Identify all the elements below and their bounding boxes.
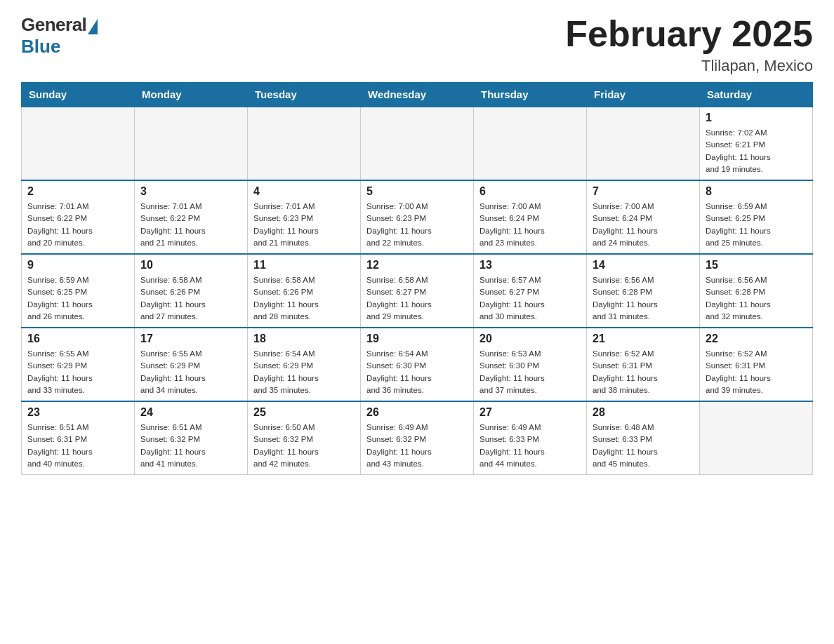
day-info: Sunrise: 6:51 AM Sunset: 6:32 PM Dayligh… — [140, 422, 241, 470]
calendar-cell: 14Sunrise: 6:56 AM Sunset: 6:28 PM Dayli… — [587, 254, 700, 328]
calendar-week-3: 16Sunrise: 6:55 AM Sunset: 6:29 PM Dayli… — [22, 328, 813, 401]
calendar-cell: 7Sunrise: 7:00 AM Sunset: 6:24 PM Daylig… — [587, 180, 700, 254]
calendar-cell: 8Sunrise: 6:59 AM Sunset: 6:25 PM Daylig… — [700, 180, 813, 254]
page-header: General Blue February 2025 Tlilapan, Mex… — [21, 14, 813, 75]
day-info: Sunrise: 6:53 AM Sunset: 6:30 PM Dayligh… — [479, 348, 581, 396]
logo-triangle-icon — [88, 19, 98, 34]
calendar-header: SundayMondayTuesdayWednesdayThursdayFrid… — [22, 83, 813, 107]
day-info: Sunrise: 6:48 AM Sunset: 6:33 PM Dayligh… — [593, 422, 694, 470]
calendar-cell: 6Sunrise: 7:00 AM Sunset: 6:24 PM Daylig… — [474, 180, 587, 254]
day-number: 5 — [366, 185, 468, 198]
calendar-cell: 20Sunrise: 6:53 AM Sunset: 6:30 PM Dayli… — [474, 328, 587, 401]
weekday-header-thursday: Thursday — [474, 83, 587, 107]
day-info: Sunrise: 6:56 AM Sunset: 6:28 PM Dayligh… — [706, 274, 807, 323]
calendar-week-4: 23Sunrise: 6:51 AM Sunset: 6:31 PM Dayli… — [22, 401, 813, 475]
logo-general-text: General — [21, 14, 86, 36]
day-info: Sunrise: 7:00 AM Sunset: 6:24 PM Dayligh… — [479, 201, 581, 249]
day-number: 13 — [479, 259, 581, 271]
calendar-cell — [22, 107, 135, 180]
day-number: 25 — [253, 406, 355, 419]
day-info: Sunrise: 6:55 AM Sunset: 6:29 PM Dayligh… — [27, 348, 128, 396]
day-number: 8 — [706, 185, 807, 198]
calendar-cell: 12Sunrise: 6:58 AM Sunset: 6:27 PM Dayli… — [361, 254, 474, 328]
calendar-cell: 22Sunrise: 6:52 AM Sunset: 6:31 PM Dayli… — [700, 328, 813, 401]
calendar-week-2: 9Sunrise: 6:59 AM Sunset: 6:25 PM Daylig… — [22, 254, 813, 328]
day-number: 27 — [479, 406, 581, 419]
day-number: 16 — [27, 333, 128, 345]
day-info: Sunrise: 6:49 AM Sunset: 6:33 PM Dayligh… — [479, 422, 581, 470]
day-number: 4 — [253, 185, 355, 198]
day-info: Sunrise: 6:52 AM Sunset: 6:31 PM Dayligh… — [593, 348, 694, 396]
day-number: 19 — [366, 333, 468, 345]
calendar-cell — [248, 107, 361, 180]
day-number: 14 — [593, 259, 694, 271]
title-area: February 2025 Tlilapan, Mexico — [565, 14, 813, 75]
day-number: 9 — [27, 259, 128, 271]
calendar-cell: 2Sunrise: 7:01 AM Sunset: 6:22 PM Daylig… — [22, 180, 135, 254]
day-info: Sunrise: 6:58 AM Sunset: 6:26 PM Dayligh… — [140, 274, 241, 323]
day-info: Sunrise: 6:55 AM Sunset: 6:29 PM Dayligh… — [140, 348, 241, 396]
day-number: 3 — [140, 185, 241, 198]
calendar-cell: 5Sunrise: 7:00 AM Sunset: 6:23 PM Daylig… — [361, 180, 474, 254]
calendar-cell: 1Sunrise: 7:02 AM Sunset: 6:21 PM Daylig… — [700, 107, 813, 180]
weekday-header-friday: Friday — [587, 83, 700, 107]
day-info: Sunrise: 7:01 AM Sunset: 6:22 PM Dayligh… — [140, 201, 241, 249]
day-info: Sunrise: 6:58 AM Sunset: 6:27 PM Dayligh… — [366, 274, 468, 323]
calendar-cell: 4Sunrise: 7:01 AM Sunset: 6:23 PM Daylig… — [248, 180, 361, 254]
day-info: Sunrise: 6:59 AM Sunset: 6:25 PM Dayligh… — [706, 201, 807, 249]
day-info: Sunrise: 6:59 AM Sunset: 6:25 PM Dayligh… — [27, 274, 128, 323]
calendar-cell: 10Sunrise: 6:58 AM Sunset: 6:26 PM Dayli… — [135, 254, 248, 328]
day-info: Sunrise: 7:00 AM Sunset: 6:23 PM Dayligh… — [366, 201, 468, 249]
day-number: 22 — [706, 333, 807, 345]
day-number: 28 — [593, 406, 694, 419]
day-info: Sunrise: 6:56 AM Sunset: 6:28 PM Dayligh… — [593, 274, 694, 323]
day-info: Sunrise: 7:00 AM Sunset: 6:24 PM Dayligh… — [593, 201, 694, 249]
calendar-cell: 27Sunrise: 6:49 AM Sunset: 6:33 PM Dayli… — [474, 401, 587, 475]
calendar-cell: 21Sunrise: 6:52 AM Sunset: 6:31 PM Dayli… — [587, 328, 700, 401]
calendar-cell: 25Sunrise: 6:50 AM Sunset: 6:32 PM Dayli… — [248, 401, 361, 475]
day-info: Sunrise: 6:49 AM Sunset: 6:32 PM Dayligh… — [366, 422, 468, 470]
calendar-cell — [474, 107, 587, 180]
calendar-cell: 13Sunrise: 6:57 AM Sunset: 6:27 PM Dayli… — [474, 254, 587, 328]
day-number: 20 — [479, 333, 581, 345]
day-number: 11 — [253, 259, 355, 271]
day-number: 26 — [366, 406, 468, 419]
calendar-cell — [700, 401, 813, 475]
day-number: 15 — [706, 259, 807, 271]
day-number: 6 — [479, 185, 581, 198]
calendar-week-0: 1Sunrise: 7:02 AM Sunset: 6:21 PM Daylig… — [22, 107, 813, 180]
day-info: Sunrise: 7:01 AM Sunset: 6:22 PM Dayligh… — [27, 201, 128, 249]
location: Tlilapan, Mexico — [565, 57, 813, 75]
day-number: 17 — [140, 333, 241, 345]
day-info: Sunrise: 6:54 AM Sunset: 6:29 PM Dayligh… — [253, 348, 355, 396]
day-info: Sunrise: 6:51 AM Sunset: 6:31 PM Dayligh… — [27, 422, 128, 470]
month-title: February 2025 — [565, 14, 813, 54]
day-number: 18 — [253, 333, 355, 345]
day-info: Sunrise: 7:01 AM Sunset: 6:23 PM Dayligh… — [253, 201, 355, 249]
calendar-table: SundayMondayTuesdayWednesdayThursdayFrid… — [21, 82, 813, 475]
calendar-cell: 11Sunrise: 6:58 AM Sunset: 6:26 PM Dayli… — [248, 254, 361, 328]
calendar-cell: 24Sunrise: 6:51 AM Sunset: 6:32 PM Dayli… — [135, 401, 248, 475]
day-number: 10 — [140, 259, 241, 271]
weekday-header-saturday: Saturday — [700, 83, 813, 107]
day-number: 23 — [27, 406, 128, 419]
calendar-cell: 28Sunrise: 6:48 AM Sunset: 6:33 PM Dayli… — [587, 401, 700, 475]
logo-blue-text: Blue — [21, 36, 60, 58]
day-number: 1 — [706, 112, 807, 124]
day-number: 12 — [366, 259, 468, 271]
weekday-row: SundayMondayTuesdayWednesdayThursdayFrid… — [22, 83, 813, 107]
calendar-cell: 26Sunrise: 6:49 AM Sunset: 6:32 PM Dayli… — [361, 401, 474, 475]
calendar-cell — [135, 107, 248, 180]
weekday-header-sunday: Sunday — [22, 83, 135, 107]
weekday-header-wednesday: Wednesday — [361, 83, 474, 107]
day-info: Sunrise: 6:52 AM Sunset: 6:31 PM Dayligh… — [706, 348, 807, 396]
day-info: Sunrise: 6:54 AM Sunset: 6:30 PM Dayligh… — [366, 348, 468, 396]
calendar-cell: 23Sunrise: 6:51 AM Sunset: 6:31 PM Dayli… — [22, 401, 135, 475]
day-info: Sunrise: 7:02 AM Sunset: 6:21 PM Dayligh… — [706, 127, 807, 175]
calendar-body: 1Sunrise: 7:02 AM Sunset: 6:21 PM Daylig… — [22, 107, 813, 475]
weekday-header-tuesday: Tuesday — [248, 83, 361, 107]
day-number: 2 — [27, 185, 128, 198]
calendar-cell: 16Sunrise: 6:55 AM Sunset: 6:29 PM Dayli… — [22, 328, 135, 401]
day-number: 24 — [140, 406, 241, 419]
calendar-cell: 9Sunrise: 6:59 AM Sunset: 6:25 PM Daylig… — [22, 254, 135, 328]
